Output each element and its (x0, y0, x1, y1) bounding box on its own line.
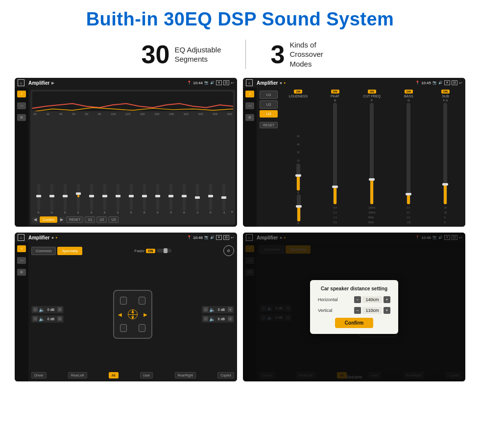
vertical-minus[interactable]: − (354, 307, 361, 314)
eq-slider-8[interactable]: 0 (125, 184, 137, 214)
eq-slider-3[interactable]: 0 (59, 184, 71, 214)
cutfreq-on[interactable]: ON (368, 90, 376, 94)
home-icon-3[interactable]: ⌂ (18, 234, 24, 241)
common-btn[interactable]: Common (31, 247, 56, 255)
driver-btn[interactable]: Driver (31, 372, 47, 378)
spk-rr-icon: 🔈 (209, 316, 215, 322)
more-arrows[interactable]: » (231, 210, 233, 214)
window-icon-2: ⊟ (452, 80, 457, 85)
cutfreq-slider[interactable] (370, 103, 374, 204)
rearright-btn[interactable]: RearRight (175, 372, 196, 378)
fader-label: Fader (134, 249, 144, 253)
eq-slider-15[interactable]: -1 (217, 184, 230, 214)
eq-u1-btn[interactable]: U1 (85, 216, 95, 223)
bass-on[interactable]: ON (405, 90, 413, 94)
copilot-btn[interactable]: Copilot (217, 372, 234, 378)
sidebar-eq-icon-2[interactable]: ⚡ (245, 91, 254, 97)
vol-fr-val: 0 dB (216, 308, 227, 311)
horizontal-minus[interactable]: − (354, 296, 361, 303)
home-icon[interactable]: ⌂ (18, 79, 24, 86)
sidebar-expand-icon-3[interactable]: ⊞ (17, 269, 26, 276)
vol-rl-plus[interactable]: + (57, 316, 62, 321)
loudness-slider[interactable]: 64483216 0 (295, 134, 301, 225)
sidebar-wave-icon[interactable]: 〰 (17, 102, 26, 109)
eq-slider-2[interactable]: 0 (46, 184, 58, 214)
specialty-btn[interactable]: Specialty (57, 247, 82, 255)
time-3: 10:46 (193, 236, 203, 240)
preset-u3[interactable]: U3 (260, 110, 278, 118)
confirm-button[interactable]: Confirm (335, 318, 373, 328)
sidebar-1: ⚡ 〰 ⊞ (15, 88, 28, 227)
back-icon-2: ↩ (459, 81, 462, 85)
arrow-down[interactable]: ▼ (130, 315, 135, 320)
spk-controls-left: − 🔈 0 dB + − 🔈 0 dB + (31, 258, 64, 371)
eq-slider-9[interactable]: 0 (138, 184, 150, 214)
vol-fl-plus[interactable]: + (57, 307, 62, 312)
vertical-plus[interactable]: + (384, 307, 390, 314)
horizontal-plus[interactable]: + (384, 296, 390, 303)
eq-slider-10[interactable]: 0 (151, 184, 164, 214)
eq-slider-11[interactable]: 0 (165, 184, 177, 214)
bass-slider[interactable] (407, 103, 410, 204)
vertical-value: 110cm (362, 307, 382, 314)
close-icon-2: ✕ (444, 80, 450, 85)
vol-rl-minus[interactable]: − (33, 316, 38, 321)
dialog-overlay: Car speaker distance setting Horizontal … (243, 233, 465, 381)
sidebar-wave-icon-2[interactable]: 〰 (245, 102, 254, 109)
loudness-on[interactable]: ON (294, 90, 302, 94)
phat-on[interactable]: ON (331, 90, 339, 94)
eq-slider-13[interactable]: -1 (191, 184, 203, 214)
fader-slider[interactable] (157, 249, 171, 253)
sidebar-eq-icon-3[interactable]: ⚡ (17, 245, 26, 252)
eq-slider-12[interactable]: 0 (178, 184, 190, 214)
sidebar-eq-icon[interactable]: ⚡ (17, 91, 26, 97)
fader-on[interactable]: ON (146, 249, 155, 253)
prev-btn[interactable]: ◀ (32, 217, 38, 223)
settings-icon[interactable]: ⚙ (223, 245, 234, 256)
eq-slider-7[interactable]: 0 (112, 184, 124, 214)
arrow-up[interactable]: ▲ (130, 308, 135, 314)
status-bar-2: ⌂ Amplifier ■ • 📍 10:45 📷 🔊 ✕ ⊟ ↩ (243, 78, 465, 88)
screens-grid: ⌂ Amplifier ▶ 📍 10:44 📷 🔊 ✕ ⊟ ↩ ⚡ 〰 ⊞ (0, 78, 480, 386)
sidebar-wave-icon-3[interactable]: 〰 (17, 257, 26, 264)
reset-btn[interactable]: RESET (260, 122, 278, 128)
sidebar-expand-icon-2[interactable]: ⊞ (245, 114, 254, 121)
vol-rr-plus[interactable]: + (228, 316, 233, 321)
rearleft-btn[interactable]: RearLeft (68, 372, 87, 378)
screen-speaker-layout: ⌂ Amplifier ■ • 📍 10:46 📷 🔊 ✕ ⊟ ↩ ⚡ 〰 ⊞ (15, 233, 237, 381)
vol-fr-minus[interactable]: − (203, 307, 208, 312)
eq-slider-14[interactable]: 0 (204, 184, 216, 214)
vol-icon-2: 🔊 (438, 81, 443, 85)
eq-u2-btn[interactable]: U2 (96, 216, 107, 223)
eq-slider-4[interactable]: 5 (72, 184, 84, 214)
arrow-left[interactable]: ◀ (118, 311, 122, 317)
eq-slider-6[interactable]: 0 (98, 184, 111, 214)
preset-u1[interactable]: U1 (260, 91, 278, 99)
stat-crossover-desc: Kinds ofCrossover Modes (289, 40, 338, 69)
eq-u3-btn[interactable]: U3 (108, 216, 119, 223)
eq-slider-5[interactable]: 0 (85, 184, 97, 214)
next-btn[interactable]: ▶ (59, 217, 65, 223)
sub-on[interactable]: ON (441, 90, 450, 94)
user-btn[interactable]: User (140, 372, 153, 378)
eq-mode-custom[interactable]: Custom (40, 216, 57, 223)
dialog-row-horizontal: Horizontal − 140cm + (318, 296, 390, 303)
spk-rl-icon: 🔈 (39, 316, 45, 322)
home-icon-2[interactable]: ⌂ (246, 79, 253, 86)
phat-slider[interactable] (333, 103, 337, 204)
arrow-right[interactable]: ▶ (144, 311, 147, 317)
camera-icon: 📷 (204, 81, 209, 85)
vol-fl-minus[interactable]: − (33, 307, 38, 312)
vol-fr: − 🔈 0 dB + (202, 306, 234, 313)
screen-main-2: U1 U2 U3 RESET ON LOUDNESS (257, 88, 465, 227)
window-icon-3: ⊟ (223, 235, 229, 240)
sub-slider[interactable] (443, 103, 447, 204)
eq-reset-btn[interactable]: RESET (66, 216, 83, 223)
stat-crossover-number: 3 (270, 40, 285, 69)
vol-rr-minus[interactable]: − (203, 316, 208, 321)
preset-u2[interactable]: U2 (260, 100, 278, 109)
all-btn[interactable]: All (109, 372, 119, 378)
sidebar-expand-icon[interactable]: ⊞ (17, 114, 26, 121)
vol-fr-plus[interactable]: + (228, 307, 233, 312)
eq-slider-1[interactable]: 0 (32, 184, 45, 214)
